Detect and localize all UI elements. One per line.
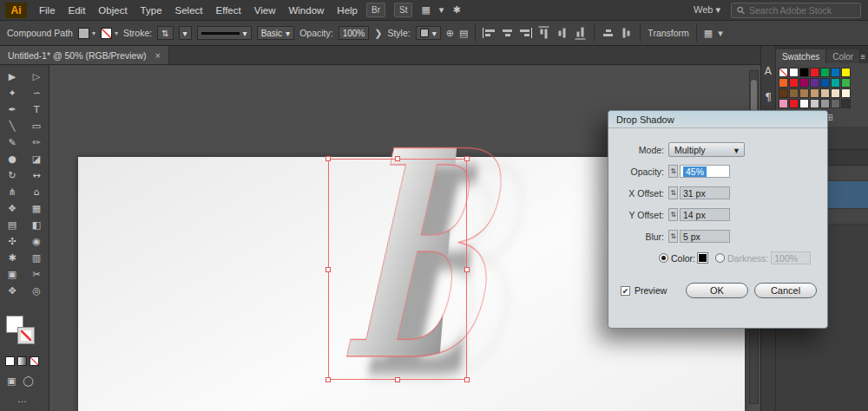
swatch[interactable] bbox=[799, 88, 809, 98]
line-segment-tool[interactable]: ╲ bbox=[0, 118, 24, 134]
panel-menu-icon[interactable]: ≡ bbox=[860, 52, 868, 63]
swatch[interactable] bbox=[799, 99, 809, 108]
menu-help[interactable]: Help bbox=[337, 5, 358, 16]
align-vertical-center-icon[interactable] bbox=[557, 27, 568, 40]
selection-handle[interactable] bbox=[326, 267, 331, 272]
blob-brush-tool[interactable]: ● bbox=[0, 151, 24, 167]
document-setup-icon[interactable]: ⊕ bbox=[446, 28, 454, 39]
swatch[interactable] bbox=[841, 99, 851, 108]
swatch[interactable] bbox=[810, 88, 819, 98]
brush-stroke-preview[interactable]: ▾ bbox=[197, 26, 252, 40]
swatch[interactable] bbox=[841, 78, 851, 88]
y-offset-field[interactable]: 14 px bbox=[680, 208, 730, 221]
magic-wand-tool[interactable]: ✦ bbox=[0, 85, 24, 101]
swatch[interactable] bbox=[820, 88, 830, 98]
align-right-icon[interactable] bbox=[519, 28, 532, 38]
swatch[interactable] bbox=[799, 68, 809, 77]
chevron-down-icon[interactable]: ▾ bbox=[439, 4, 444, 16]
style-select[interactable]: ▾ bbox=[416, 26, 441, 40]
gradient-tool[interactable]: ◧ bbox=[24, 217, 49, 233]
preferences-icon[interactable]: ▤ bbox=[459, 28, 468, 39]
tab-color[interactable]: Color bbox=[826, 49, 860, 63]
transform-label[interactable]: Transform bbox=[648, 28, 688, 38]
menu-view[interactable]: View bbox=[254, 5, 276, 16]
type-tool[interactable]: T bbox=[24, 101, 49, 118]
close-icon[interactable]: × bbox=[155, 50, 160, 61]
swatch[interactable] bbox=[820, 78, 830, 88]
selection-handle[interactable] bbox=[395, 156, 400, 161]
selection-handle[interactable] bbox=[395, 377, 400, 382]
stepper-icon[interactable]: ⇅ bbox=[668, 165, 678, 178]
align-horizontal-center-icon[interactable] bbox=[501, 28, 514, 38]
pen-tool[interactable]: ✒ bbox=[0, 101, 24, 118]
color-radio[interactable] bbox=[659, 253, 668, 263]
swatch[interactable] bbox=[831, 68, 840, 77]
mode-select[interactable]: Multiply ▾ bbox=[668, 142, 745, 157]
align-top-icon[interactable] bbox=[539, 27, 549, 40]
align-left-icon[interactable] bbox=[483, 28, 496, 38]
slice-tool[interactable]: ✂ bbox=[24, 266, 49, 283]
selection-handle[interactable] bbox=[464, 377, 470, 382]
chevron-down-icon[interactable]: ▾ bbox=[718, 28, 723, 39]
bridge-button[interactable]: Br bbox=[366, 3, 385, 17]
selected-artwork[interactable]: B bbox=[328, 159, 467, 380]
character-panel-icon[interactable]: A bbox=[765, 65, 772, 77]
color-button[interactable] bbox=[5, 356, 15, 366]
swatch[interactable] bbox=[831, 99, 840, 108]
distribute-vertical-icon[interactable] bbox=[621, 27, 632, 40]
zoom-tool[interactable]: ◎ bbox=[24, 283, 49, 299]
stroke-color-chip[interactable] bbox=[101, 28, 112, 39]
free-transform-tool[interactable]: ⌂ bbox=[24, 184, 49, 200]
selection-handle[interactable] bbox=[464, 267, 470, 272]
stroke-swatch[interactable] bbox=[17, 327, 35, 344]
stepper-icon[interactable]: ⇅ bbox=[668, 186, 678, 199]
swatch[interactable] bbox=[789, 68, 799, 77]
draw-normal-icon[interactable]: ▣ bbox=[7, 375, 16, 387]
dialog-title[interactable]: Drop Shadow bbox=[608, 111, 827, 128]
swatch[interactable] bbox=[779, 99, 788, 108]
swatch[interactable] bbox=[810, 68, 819, 77]
blend-tool[interactable]: ◉ bbox=[24, 233, 49, 250]
shape-builder-tool[interactable]: ❖ bbox=[0, 200, 24, 217]
document-tab[interactable]: Untitled-1* @ 50% (RGB/Preview) × bbox=[0, 46, 169, 64]
ok-button[interactable]: OK bbox=[686, 283, 748, 298]
direct-selection-tool[interactable]: ▷ bbox=[24, 68, 49, 85]
fill-color-chip[interactable] bbox=[78, 28, 89, 39]
draw-behind-icon[interactable]: ◯ bbox=[23, 375, 33, 387]
paragraph-panel-icon[interactable]: ¶ bbox=[765, 91, 772, 103]
shape-options-icon[interactable]: ▦ bbox=[704, 28, 713, 39]
menu-edit[interactable]: Edit bbox=[69, 5, 86, 16]
swatch[interactable] bbox=[789, 78, 799, 88]
toolbar-more-icon[interactable]: … bbox=[17, 394, 27, 404]
swatch[interactable] bbox=[831, 78, 840, 88]
darkness-radio[interactable] bbox=[715, 253, 725, 263]
brush-definition-select[interactable]: Basic ▾ bbox=[257, 26, 294, 40]
symbol-sprayer-tool[interactable]: ✱ bbox=[0, 250, 24, 266]
artboard-tool[interactable]: ▣ bbox=[0, 266, 24, 283]
shadow-color-swatch[interactable] bbox=[697, 252, 708, 264]
menu-effect[interactable]: Effect bbox=[216, 5, 241, 16]
chevron-down-icon[interactable]: ▾ bbox=[115, 29, 118, 37]
stepper-icon[interactable]: ⇅ bbox=[668, 208, 678, 221]
selection-handle[interactable] bbox=[326, 156, 331, 161]
swatch[interactable] bbox=[789, 88, 799, 98]
workspace-switcher[interactable]: Web ▾ bbox=[694, 4, 720, 16]
menu-type[interactable]: Type bbox=[141, 5, 162, 16]
cancel-button[interactable]: Cancel bbox=[754, 283, 817, 298]
rectangle-tool[interactable]: ▭ bbox=[24, 118, 49, 134]
selection-handle[interactable] bbox=[464, 156, 470, 161]
mesh-tool[interactable]: ▤ bbox=[0, 217, 24, 233]
pencil-tool[interactable]: ✏ bbox=[24, 134, 49, 151]
swatch[interactable] bbox=[841, 88, 851, 98]
swatch-none[interactable] bbox=[779, 68, 788, 77]
swatch[interactable] bbox=[779, 88, 788, 98]
swatch[interactable] bbox=[810, 99, 819, 108]
width-tool[interactable]: ⋔ bbox=[0, 184, 24, 200]
lasso-tool[interactable]: ∽ bbox=[24, 85, 49, 101]
menu-window[interactable]: Window bbox=[288, 5, 324, 16]
swatch[interactable] bbox=[820, 99, 830, 108]
stroke-weight-stepper[interactable]: ⇅ bbox=[157, 26, 173, 40]
search-input[interactable] bbox=[749, 5, 855, 16]
arrange-documents-icon[interactable]: ▦ bbox=[421, 4, 430, 16]
swatch[interactable] bbox=[820, 68, 830, 77]
